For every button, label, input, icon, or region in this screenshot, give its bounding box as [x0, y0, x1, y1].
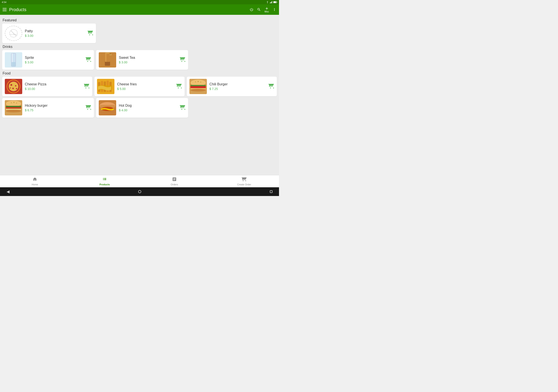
svg-point-45: [195, 81, 196, 82]
nav-label-orders: Orders: [171, 183, 178, 186]
svg-point-0: [267, 3, 268, 3]
product-card-cheese-pizza: Cheese Pizza $ 10.00: [2, 77, 92, 96]
product-image-cheese-pizza: [5, 79, 22, 94]
app-bar: Products Misc: [0, 4, 279, 15]
add-to-cart-cheese-pizza[interactable]: [84, 83, 90, 90]
section-header-featured: Featured: [3, 18, 277, 22]
pizza-svg: [5, 79, 22, 94]
hickory-burger-svg: [5, 100, 22, 115]
add-to-cart-patty[interactable]: [88, 30, 93, 37]
sweet-tea-svg: [99, 52, 116, 68]
svg-rect-51: [6, 107, 21, 109]
product-name-hot-dog: Hot Dog: [119, 104, 177, 108]
product-info-cheese-pizza: Cheese Pizza $ 10.00: [25, 82, 81, 91]
chili-burger-svg: [189, 79, 207, 94]
nav-label-home: Home: [32, 183, 38, 186]
food-row-2: Hickory burger $ 6.75 H: [2, 98, 277, 118]
product-info-hickory-burger: Hickory burger $ 6.75: [25, 104, 83, 112]
product-card-sprite: Sprite $ 3.00: [2, 50, 94, 70]
content-area: Featured NO IMAGE Patty $ 3.00 Drinks: [0, 15, 279, 175]
svg-point-53: [6, 110, 21, 112]
product-price-sweet-tea: $ 3.00: [119, 60, 177, 64]
fries-svg: [97, 79, 114, 94]
svg-rect-14: [11, 62, 16, 66]
nav-label-products: Products: [99, 183, 110, 186]
svg-rect-2: [270, 2, 271, 3]
misc-button[interactable]: Misc: [264, 7, 269, 13]
product-card-chili-burger: Chili Burger $ 7.25: [187, 77, 277, 96]
svg-point-56: [16, 102, 17, 103]
no-image-patty: NO IMAGE: [5, 26, 22, 41]
product-name-cheese-pizza: Cheese Pizza: [25, 82, 81, 86]
wifi-icon: [266, 1, 269, 3]
svg-text:NO IMAGE: NO IMAGE: [10, 34, 17, 35]
create-order-icon: [242, 177, 246, 183]
add-to-cart-sprite[interactable]: [86, 57, 91, 63]
add-to-cart-sweet-tea[interactable]: [180, 57, 185, 63]
product-name-sweet-tea: Sweet Tea: [119, 56, 177, 60]
product-card-hot-dog: Hot Dog $ 4.00: [96, 98, 188, 118]
app-bar-title: Products: [9, 7, 247, 12]
svg-point-25: [9, 82, 18, 91]
svg-rect-7: [274, 1, 276, 3]
product-price-hot-dog: $ 4.00: [119, 109, 177, 112]
svg-point-19: [105, 52, 110, 54]
back-button[interactable]: ◀: [7, 189, 9, 194]
add-to-cart-cheese-fries[interactable]: [176, 83, 182, 90]
add-to-cart-hot-dog[interactable]: [180, 104, 185, 111]
product-image-hot-dog: [99, 100, 116, 115]
bottom-nav: Home Products Orders Create Order: [0, 175, 279, 187]
nav-item-products[interactable]: Products: [70, 175, 140, 187]
battery-icon: [273, 1, 277, 3]
product-price-sprite: $ 3.00: [25, 60, 83, 64]
add-to-cart-chili-burger[interactable]: [269, 83, 274, 90]
product-info-sprite: Sprite $ 3.00: [25, 56, 83, 64]
product-card-sweet-tea: Sweet Tea $ 3.00: [96, 50, 188, 70]
product-name-chili-burger: Chili Burger: [209, 82, 266, 86]
svg-point-49: [6, 101, 21, 107]
hot-dog-svg: [99, 100, 116, 115]
power-icon[interactable]: [250, 8, 253, 12]
featured-row: NO IMAGE Patty $ 3.00: [2, 24, 277, 43]
home-button[interactable]: [138, 190, 141, 193]
svg-point-44: [191, 89, 206, 92]
recents-button[interactable]: [270, 190, 272, 193]
menu-icon[interactable]: [3, 8, 7, 11]
svg-rect-1: [270, 3, 270, 3]
svg-rect-6: [277, 2, 277, 3]
add-to-cart-hickory-burger[interactable]: [86, 104, 91, 111]
svg-rect-42: [191, 86, 206, 88]
nav-label-create-order: Create Order: [237, 183, 251, 186]
misc-label: Misc: [264, 10, 269, 13]
product-image-chili-burger: [189, 79, 207, 94]
svg-rect-50: [6, 106, 21, 107]
nav-item-create-order[interactable]: Create Order: [209, 175, 279, 187]
svg-point-46: [198, 81, 199, 82]
product-price-hickory-burger: $ 6.75: [25, 109, 83, 112]
product-card-cheese-fries: Cheese fries $ 5.00: [94, 77, 184, 96]
product-info-patty: Patty $ 3.00: [25, 29, 85, 37]
svg-point-40: [191, 80, 206, 86]
svg-rect-3: [271, 2, 272, 3]
product-image-hickory-burger: [5, 100, 22, 115]
orders-icon: [172, 177, 177, 183]
nav-item-orders[interactable]: Orders: [140, 175, 209, 187]
drinks-spacer: [190, 50, 277, 70]
status-icons: [266, 1, 277, 3]
food-row-1: Cheese Pizza $ 10.00: [2, 77, 277, 96]
svg-rect-52: [6, 109, 21, 110]
svg-line-9: [11, 31, 16, 36]
product-image-sprite: [5, 52, 22, 68]
product-image-cheese-fries: [97, 79, 114, 94]
more-icon[interactable]: [272, 8, 276, 12]
svg-point-47: [200, 82, 201, 83]
search-icon[interactable]: [257, 8, 261, 12]
food-row2-spacer: [190, 98, 277, 118]
signal-icon: [270, 1, 272, 3]
svg-point-29: [10, 87, 11, 89]
svg-point-30: [16, 88, 17, 89]
product-card-patty: NO IMAGE Patty $ 3.00: [2, 24, 96, 43]
drinks-row: Sprite $ 3.00 Sweet Tea: [2, 50, 277, 70]
nav-item-home[interactable]: Home: [0, 175, 70, 187]
product-info-hot-dog: Hot Dog $ 4.00: [119, 104, 177, 112]
